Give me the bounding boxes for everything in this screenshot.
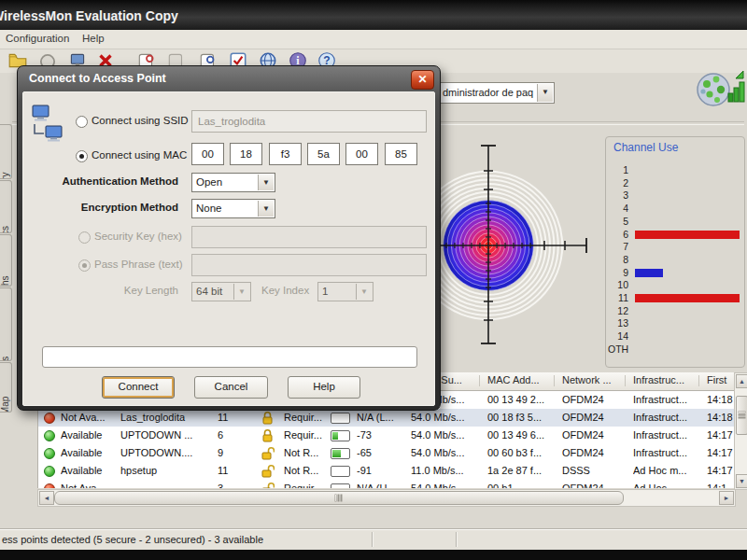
scroll-down-icon[interactable]: ▼ bbox=[736, 474, 747, 488]
mac-cell: 00 13 49 2... bbox=[487, 391, 558, 408]
column-header[interactable]: First bbox=[707, 374, 726, 385]
table-row[interactable]: Not Ava...Las_troglodita11Requir...N/A (… bbox=[38, 409, 735, 427]
table-row[interactable]: AvailableUPTODOWN....9Not R...-6554.0 Mb… bbox=[38, 444, 735, 462]
channel-label: 10 bbox=[608, 279, 628, 290]
status-bar: ess points detected (5 secure - 2 unsecu… bbox=[0, 528, 747, 551]
auth-method-label: Authentication Method bbox=[23, 175, 178, 187]
sidebar-tab-map[interactable]: Map bbox=[0, 362, 12, 413]
security-key-radio[interactable] bbox=[78, 231, 91, 244]
chevron-down-icon[interactable]: ▼ bbox=[537, 84, 553, 102]
lock-icon bbox=[261, 428, 275, 442]
key-length-label: Key Length bbox=[98, 285, 178, 296]
dialog-body: Connect using SSID Las_troglodita Connec… bbox=[22, 91, 435, 406]
chevron-down-icon[interactable]: ▼ bbox=[356, 284, 372, 300]
channel-cell: 3 bbox=[218, 480, 242, 488]
column-header[interactable]: MAC Add... bbox=[487, 374, 540, 385]
sidebar-tab-ip-connections[interactable]: IP Connections bbox=[0, 287, 12, 361]
menu-bar: Configuration Help bbox=[0, 30, 747, 49]
cancel-button[interactable]: Cancel bbox=[194, 376, 268, 399]
table-row[interactable]: Availablehpsetup11Not R...-9111.0 Mb/s..… bbox=[38, 462, 735, 480]
speed-cell: 54.0 Mb/s... bbox=[411, 480, 484, 488]
status-divider bbox=[456, 532, 457, 547]
network-computers-icon bbox=[29, 104, 66, 147]
adapter-select[interactable]: dministrador de paq ▼ bbox=[439, 82, 555, 104]
vertical-scrollbar[interactable]: ▲ ▼ bbox=[734, 372, 747, 490]
key-length-select[interactable]: 64 bit ▼ bbox=[191, 282, 251, 301]
rssi-cell: -65 bbox=[357, 444, 407, 461]
sidebar-tab-summary[interactable]: Summary bbox=[0, 124, 12, 179]
status-dot-green bbox=[44, 466, 55, 477]
title-bar[interactable]: WirelessMon Evaluation Copy bbox=[0, 0, 747, 30]
channel-label: 7 bbox=[608, 241, 628, 252]
channel-row: 2 bbox=[608, 177, 740, 189]
infrastructure-cell: Infrastruct... bbox=[633, 409, 704, 426]
help-button[interactable]: Help bbox=[288, 376, 360, 399]
enc-method-select[interactable]: None ▼ bbox=[191, 199, 275, 218]
key-index-value: 1 bbox=[322, 283, 328, 301]
first-seen-cell: 14:1 bbox=[707, 480, 735, 488]
horizontal-scrollbar[interactable]: ◄ ► bbox=[37, 489, 736, 507]
auth-method-select[interactable]: Open ▼ bbox=[191, 173, 275, 192]
pass-phrase-input[interactable] bbox=[191, 254, 427, 276]
channel-label: 2 bbox=[608, 177, 628, 189]
key-index-select[interactable]: 1 ▼ bbox=[317, 282, 374, 301]
ssid-input[interactable]: Las_troglodita bbox=[191, 110, 427, 133]
chevron-down-icon[interactable]: ▼ bbox=[258, 175, 274, 190]
table-row[interactable]: AvailableUPTODOWN ...6Requir...-7354.0 M… bbox=[38, 427, 735, 444]
channel-label: OTH bbox=[608, 343, 628, 355]
mac-octet-input[interactable]: f3 bbox=[269, 143, 302, 165]
sidebar-tab-label: Map bbox=[0, 397, 10, 413]
menu-configuration[interactable]: Configuration bbox=[6, 33, 69, 44]
connect-button[interactable]: Connect bbox=[102, 376, 175, 399]
channel-row: 5 bbox=[608, 216, 740, 228]
column-header[interactable]: Infrastruc... bbox=[633, 374, 684, 385]
mac-cell: 00 13 49 6... bbox=[487, 427, 558, 443]
menu-help[interactable]: Help bbox=[82, 33, 105, 44]
availability-cell: Not Ava... bbox=[61, 480, 119, 488]
channel-row: 11 bbox=[608, 292, 740, 304]
adapter-value: dministrador de paq bbox=[443, 83, 533, 102]
channel-label: 6 bbox=[608, 229, 628, 240]
channel-row: 6 bbox=[608, 229, 740, 241]
sidebar-tab-statistics[interactable]: Statistics bbox=[0, 180, 12, 233]
mac-octet-input[interactable]: 00 bbox=[191, 143, 224, 165]
channel-label: 12 bbox=[608, 305, 628, 316]
sidebar-tab-label: Graphs bbox=[0, 275, 10, 287]
horizontal-scroll-thumb[interactable] bbox=[54, 491, 624, 505]
mac-octet-input[interactable]: 85 bbox=[385, 143, 417, 165]
channel-label: 3 bbox=[608, 189, 628, 201]
mac-octet-input[interactable]: 00 bbox=[345, 143, 378, 165]
mac-octet-input[interactable]: 18 bbox=[230, 143, 262, 165]
vertical-scroll-thumb[interactable] bbox=[736, 396, 747, 435]
channel-label: 8 bbox=[608, 254, 628, 265]
connect-dialog: Connect to Access Point ✕ Connect using … bbox=[17, 65, 441, 411]
rssi-cell: N/A (U... bbox=[357, 480, 407, 488]
first-seen-cell: 14:17 bbox=[707, 462, 735, 479]
mac-octet-input[interactable]: 5a bbox=[307, 143, 340, 165]
rssi-cell: -91 bbox=[357, 462, 407, 479]
channel-label: 13 bbox=[608, 317, 628, 329]
chevron-down-icon[interactable]: ▼ bbox=[258, 201, 274, 217]
scroll-right-icon[interactable]: ► bbox=[719, 491, 734, 505]
security-key-input[interactable] bbox=[191, 226, 427, 248]
column-header[interactable]: Network ... bbox=[562, 374, 612, 385]
sidebar-tab-graphs[interactable]: Graphs bbox=[0, 234, 12, 287]
mac-radio[interactable] bbox=[76, 150, 88, 162]
infrastructure-cell: Ad Hoc ... bbox=[633, 480, 704, 488]
pass-phrase-radio[interactable] bbox=[78, 259, 91, 272]
scroll-left-icon[interactable]: ◄ bbox=[39, 491, 54, 505]
close-icon[interactable]: ✕ bbox=[411, 70, 434, 90]
network-cell: OFDM24 bbox=[562, 409, 622, 426]
infrastructure-cell: Infrastruct... bbox=[633, 391, 704, 408]
status-divider bbox=[372, 532, 373, 547]
channel-row: 4 bbox=[608, 203, 740, 215]
status-text: ess points detected (5 secure - 2 unsecu… bbox=[2, 534, 263, 545]
scroll-up-icon[interactable]: ▲ bbox=[736, 374, 747, 388]
chevron-down-icon[interactable]: ▼ bbox=[233, 284, 249, 300]
channel-row: 14 bbox=[608, 330, 740, 343]
speed-cell: 11.0 Mb/s... bbox=[411, 462, 484, 479]
dialog-status-field bbox=[42, 346, 417, 368]
ssid-radio[interactable] bbox=[76, 116, 88, 128]
table-row[interactable]: Not Ava......3Requir...N/A (U...54.0 Mb/… bbox=[38, 480, 735, 488]
signal-battery-icon bbox=[331, 483, 350, 488]
